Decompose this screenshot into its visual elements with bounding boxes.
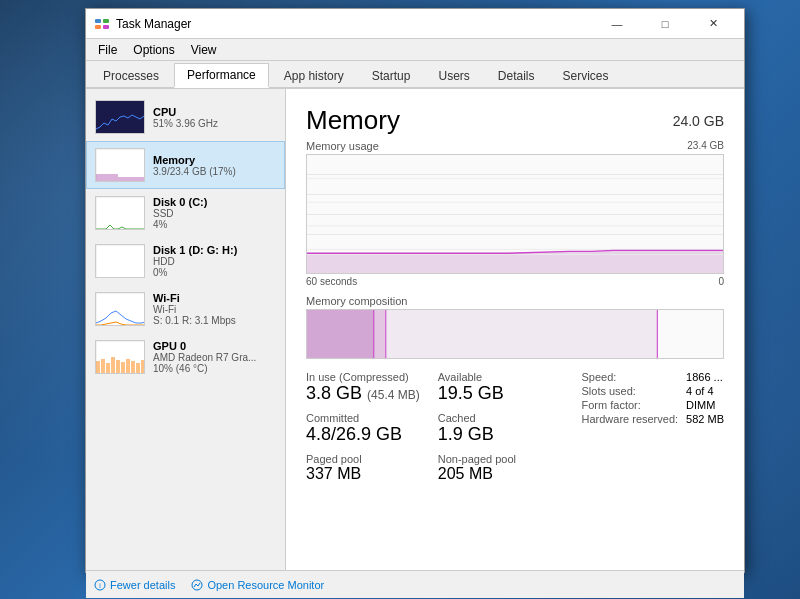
desktop: Task Manager — □ ✕ File Options View Pro… — [0, 0, 800, 599]
panel-header: Memory 24.0 GB — [306, 105, 724, 136]
disk0-value: 4% — [153, 219, 276, 230]
sidebar-item-memory[interactable]: Memory 3.9/23.4 GB (17%) — [86, 141, 285, 189]
gpu-info: GPU 0 AMD Radeon R7 Gra... 10% (46 °C) — [153, 340, 276, 374]
cached-label: Cached — [438, 412, 562, 424]
menu-bar: File Options View — [86, 39, 744, 61]
stats-row3: Paged pool 337 MB Non-paged pool 205 MB — [306, 453, 561, 483]
svg-rect-17 — [121, 362, 125, 374]
memory-mini-chart — [95, 148, 145, 182]
svg-rect-6 — [96, 177, 145, 182]
svg-rect-2 — [95, 25, 101, 29]
window-controls: — □ ✕ — [594, 9, 736, 39]
composition-label: Memory composition — [306, 295, 724, 307]
tab-performance[interactable]: Performance — [174, 63, 269, 88]
slots-label: Slots used: — [581, 385, 678, 397]
in-use-sub: (45.4 MB) — [367, 388, 420, 402]
svg-rect-12 — [96, 361, 100, 374]
disk0-info: Disk 0 (C:) SSD 4% — [153, 196, 276, 230]
maximize-button[interactable]: □ — [642, 9, 688, 39]
memory-label: Memory — [153, 154, 276, 166]
in-use-value: 3.8 GB (45.4 MB) — [306, 383, 430, 404]
bottom-bar: i Fewer details Open Resource Monitor — [86, 570, 744, 598]
close-button[interactable]: ✕ — [690, 9, 736, 39]
title-bar: Task Manager — □ ✕ — [86, 9, 744, 39]
disk1-info: Disk 1 (D: G: H:) HDD 0% — [153, 244, 276, 278]
tab-services[interactable]: Services — [550, 64, 622, 87]
menu-view[interactable]: View — [183, 41, 225, 59]
sidebar-item-cpu[interactable]: CPU 51% 3.96 GHz — [86, 93, 285, 141]
panel-title: Memory — [306, 105, 400, 136]
hw-reserved-label: Hardware reserved: — [581, 413, 678, 425]
tab-users[interactable]: Users — [425, 64, 482, 87]
svg-rect-13 — [101, 359, 105, 374]
sidebar: CPU 51% 3.96 GHz Memory — [86, 89, 286, 570]
available-label: Available — [438, 371, 562, 383]
svg-rect-0 — [95, 19, 101, 23]
svg-rect-10 — [96, 293, 145, 326]
chart-grid — [307, 155, 723, 273]
cached-stat: Cached 1.9 GB — [438, 412, 562, 445]
sidebar-item-wifi[interactable]: Wi-Fi Wi-Fi S: 0.1 R: 3.1 Mbps — [86, 285, 285, 333]
non-paged-pool-stat: Non-paged pool 205 MB — [438, 453, 562, 483]
task-manager-window: Task Manager — □ ✕ File Options View Pro… — [85, 8, 745, 573]
in-use-stat: In use (Compressed) 3.8 GB (45.4 MB) — [306, 371, 430, 404]
svg-rect-15 — [111, 357, 115, 374]
svg-rect-21 — [141, 360, 145, 374]
wifi-mini-chart — [95, 292, 145, 326]
stats-row1: In use (Compressed) 3.8 GB (45.4 MB) Ava… — [306, 371, 561, 404]
form-label: Form factor: — [581, 399, 678, 411]
svg-rect-18 — [126, 359, 130, 374]
disk1-value: 0% — [153, 267, 276, 278]
wifi-label: Wi-Fi — [153, 292, 276, 304]
disk1-sub: HDD — [153, 256, 276, 267]
svg-rect-14 — [106, 363, 110, 374]
tab-details[interactable]: Details — [485, 64, 548, 87]
fewer-details-link[interactable]: i Fewer details — [94, 579, 175, 591]
usage-max: 23.4 GB — [687, 140, 724, 151]
sidebar-item-disk1[interactable]: Disk 1 (D: G: H:) HDD 0% — [86, 237, 285, 285]
tab-app-history[interactable]: App history — [271, 64, 357, 87]
wifi-value: S: 0.1 R: 3.1 Mbps — [153, 315, 276, 326]
disk0-mini-chart — [95, 196, 145, 230]
menu-file[interactable]: File — [90, 41, 125, 59]
committed-value: 4.8/26.9 GB — [306, 424, 430, 445]
non-paged-pool-label: Non-paged pool — [438, 453, 562, 465]
composition-chart — [306, 309, 724, 359]
available-value: 19.5 GB — [438, 383, 562, 404]
usage-chart-label: Memory usage 23.4 GB — [306, 140, 724, 152]
menu-options[interactable]: Options — [125, 41, 182, 59]
in-use-label: In use (Compressed) — [306, 371, 430, 383]
disk0-label: Disk 0 (C:) — [153, 196, 276, 208]
svg-rect-27 — [307, 310, 374, 358]
tab-processes[interactable]: Processes — [90, 64, 172, 87]
window-title: Task Manager — [116, 17, 594, 31]
right-stats-grid: Speed: 1866 ... Slots used: 4 of 4 Form … — [581, 371, 724, 425]
form-value: DIMM — [686, 399, 724, 411]
cpu-label: CPU — [153, 106, 276, 118]
tab-startup[interactable]: Startup — [359, 64, 424, 87]
disk0-sub: SSD — [153, 208, 276, 219]
minimize-button[interactable]: — — [594, 9, 640, 39]
sidebar-item-gpu[interactable]: GPU 0 AMD Radeon R7 Gra... 10% (46 °C) — [86, 333, 285, 381]
time-end: 0 — [718, 276, 724, 287]
sidebar-item-disk0[interactable]: Disk 0 (C:) SSD 4% — [86, 189, 285, 237]
paged-pool-label: Paged pool — [306, 453, 430, 465]
gpu-mini-chart — [95, 340, 145, 374]
svg-rect-3 — [103, 25, 109, 29]
memory-panel: Memory 24.0 GB Memory usage 23.4 GB — [286, 89, 744, 570]
stats-row2: Committed 4.8/26.9 GB Cached 1.9 GB — [306, 412, 561, 445]
paged-pool-stat: Paged pool 337 MB — [306, 453, 430, 483]
svg-rect-8 — [96, 197, 145, 230]
tab-bar: Processes Performance App history Startu… — [86, 61, 744, 89]
svg-rect-29 — [374, 310, 386, 358]
stats-section: In use (Compressed) 3.8 GB (45.4 MB) Ava… — [306, 371, 724, 483]
svg-text:i: i — [99, 582, 101, 589]
svg-rect-9 — [96, 245, 145, 278]
hw-reserved-value: 582 MB — [686, 413, 724, 425]
open-resource-monitor-link[interactable]: Open Resource Monitor — [191, 579, 324, 591]
panel-total: 24.0 GB — [673, 113, 724, 129]
slots-value: 4 of 4 — [686, 385, 724, 397]
committed-label: Committed — [306, 412, 430, 424]
left-stats: In use (Compressed) 3.8 GB (45.4 MB) Ava… — [306, 371, 561, 483]
paged-pool-value: 337 MB — [306, 465, 430, 483]
